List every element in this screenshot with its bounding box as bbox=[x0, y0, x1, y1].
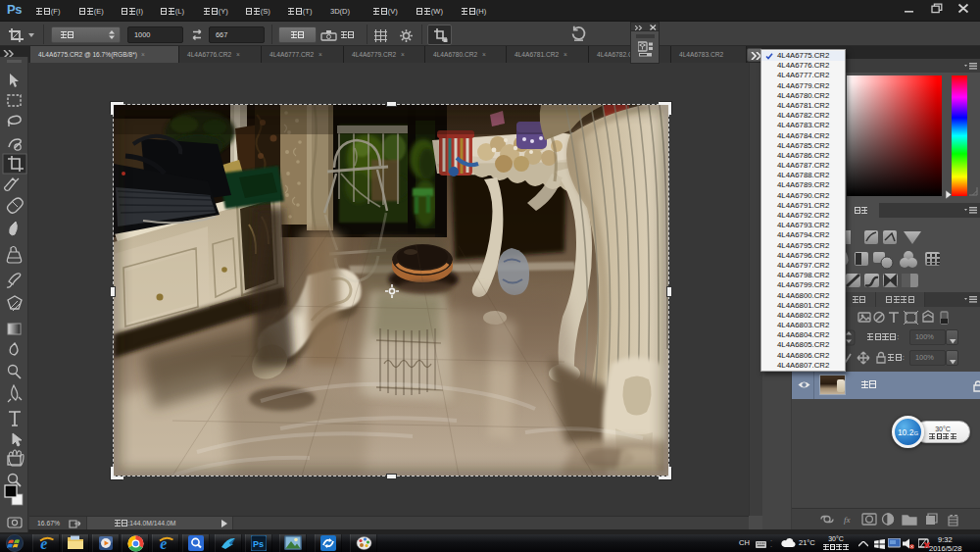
svg-text:fx: fx bbox=[844, 515, 851, 525]
svg-text:Ps: Ps bbox=[253, 539, 264, 549]
